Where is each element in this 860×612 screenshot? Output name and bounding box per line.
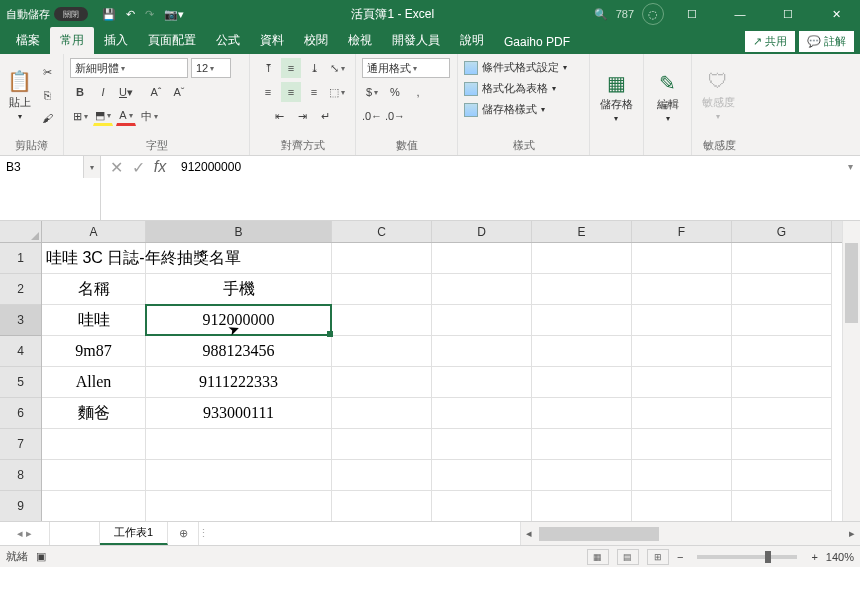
- cell[interactable]: [432, 460, 532, 491]
- border-button[interactable]: ⊞: [70, 106, 90, 126]
- autosave-toggle[interactable]: 自動儲存 關閉: [0, 7, 94, 22]
- cell[interactable]: [632, 460, 732, 491]
- zoom-level[interactable]: 140%: [826, 551, 854, 563]
- cell[interactable]: [332, 305, 432, 336]
- italic-button[interactable]: I: [93, 82, 113, 102]
- editing-button[interactable]: ✎編輯▾: [650, 71, 685, 123]
- scroll-thumb[interactable]: [539, 527, 659, 541]
- sheet-tab[interactable]: 工作表1: [100, 522, 168, 545]
- col-header[interactable]: D: [432, 221, 532, 242]
- cell[interactable]: [732, 305, 832, 336]
- cell[interactable]: [432, 274, 532, 305]
- cell-styles-button[interactable]: 儲存格樣式▾: [464, 100, 583, 119]
- redo-icon[interactable]: ↷: [145, 8, 154, 21]
- macro-record-icon[interactable]: ▣: [36, 550, 46, 563]
- cell[interactable]: 麵爸: [42, 398, 146, 429]
- tab-home[interactable]: 常用: [50, 27, 94, 54]
- cell[interactable]: 9m87: [42, 336, 146, 367]
- decrease-font-icon[interactable]: Aˇ: [169, 82, 189, 102]
- cell[interactable]: [532, 336, 632, 367]
- cell[interactable]: [632, 336, 732, 367]
- cell[interactable]: [332, 243, 432, 274]
- row-header[interactable]: 5: [0, 367, 41, 398]
- conditional-formatting-button[interactable]: 條件式格式設定▾: [464, 58, 583, 77]
- tab-gaaiho[interactable]: Gaaiho PDF: [494, 30, 580, 54]
- cell[interactable]: [632, 398, 732, 429]
- select-all-button[interactable]: [0, 221, 41, 243]
- tab-file[interactable]: 檔案: [6, 27, 50, 54]
- format-painter-icon[interactable]: 🖌: [37, 108, 57, 128]
- normal-view-icon[interactable]: ▦: [587, 549, 609, 565]
- format-as-table-button[interactable]: 格式化為表格▾: [464, 79, 583, 98]
- tab-developer[interactable]: 開發人員: [382, 27, 450, 54]
- zoom-thumb[interactable]: [765, 551, 771, 563]
- cell[interactable]: 哇哇 3C 日誌-年終抽獎名單: [42, 243, 146, 274]
- align-center-icon[interactable]: ≡: [281, 82, 301, 102]
- cell[interactable]: [332, 336, 432, 367]
- row-header[interactable]: 4: [0, 336, 41, 367]
- row-header[interactable]: 2: [0, 274, 41, 305]
- expand-formula-bar-icon[interactable]: ▾: [842, 158, 858, 174]
- cell[interactable]: [732, 491, 832, 521]
- cell[interactable]: [532, 274, 632, 305]
- cell[interactable]: [532, 398, 632, 429]
- row-header[interactable]: 1: [0, 243, 41, 274]
- cell[interactable]: [632, 429, 732, 460]
- col-header[interactable]: B: [146, 221, 332, 242]
- comma-format-icon[interactable]: ,: [408, 82, 428, 102]
- new-sheet-button[interactable]: ⊕: [168, 522, 198, 545]
- enter-formula-icon[interactable]: ✓: [127, 156, 149, 178]
- row-header[interactable]: 9: [0, 491, 41, 522]
- fx-icon[interactable]: fx: [149, 156, 171, 178]
- cell[interactable]: [146, 460, 332, 491]
- formula-input[interactable]: [175, 156, 860, 178]
- cell[interactable]: [632, 491, 732, 521]
- decrease-decimal-icon[interactable]: .0→: [385, 106, 405, 126]
- cell[interactable]: [632, 305, 732, 336]
- tab-layout[interactable]: 頁面配置: [138, 27, 206, 54]
- tab-insert[interactable]: 插入: [94, 27, 138, 54]
- cell[interactable]: [732, 274, 832, 305]
- percent-format-icon[interactable]: %: [385, 82, 405, 102]
- paste-button[interactable]: 📋 貼上 ▾: [6, 69, 33, 121]
- cell[interactable]: [432, 491, 532, 521]
- cell[interactable]: [732, 398, 832, 429]
- cells-button[interactable]: ▦儲存格▾: [596, 71, 636, 123]
- cell[interactable]: [332, 398, 432, 429]
- cell[interactable]: [332, 429, 432, 460]
- cell[interactable]: [42, 429, 146, 460]
- cell[interactable]: [532, 367, 632, 398]
- merge-button[interactable]: ⬚: [327, 82, 347, 102]
- align-bottom-icon[interactable]: ⤓: [304, 58, 324, 78]
- phonetic-button[interactable]: 中: [139, 106, 159, 126]
- user-avatar[interactable]: ◌: [642, 3, 664, 25]
- col-header[interactable]: A: [42, 221, 146, 242]
- cell[interactable]: [42, 460, 146, 491]
- align-left-icon[interactable]: ≡: [258, 82, 278, 102]
- cell[interactable]: [732, 243, 832, 274]
- cut-icon[interactable]: ✂: [37, 62, 57, 82]
- cell[interactable]: [732, 460, 832, 491]
- cell[interactable]: [732, 367, 832, 398]
- row-header[interactable]: 8: [0, 460, 41, 491]
- scroll-right-icon[interactable]: ▸: [844, 527, 860, 540]
- align-top-icon[interactable]: ⤒: [258, 58, 278, 78]
- col-header[interactable]: F: [632, 221, 732, 242]
- font-size-combo[interactable]: 12: [191, 58, 231, 78]
- accounting-format-icon[interactable]: $: [362, 82, 382, 102]
- wrap-text-icon[interactable]: ↵: [316, 106, 336, 126]
- cell[interactable]: [532, 491, 632, 521]
- copy-icon[interactable]: ⎘: [37, 85, 57, 105]
- cell[interactable]: Allen: [42, 367, 146, 398]
- tab-formulas[interactable]: 公式: [206, 27, 250, 54]
- font-color-button[interactable]: A: [116, 106, 136, 126]
- tab-review[interactable]: 校閱: [294, 27, 338, 54]
- cell[interactable]: [332, 491, 432, 521]
- scroll-left-icon[interactable]: ◂: [521, 527, 537, 540]
- tab-help[interactable]: 說明: [450, 27, 494, 54]
- orientation-icon[interactable]: ⤡: [327, 58, 347, 78]
- cell[interactable]: 名稱: [42, 274, 146, 305]
- cell[interactable]: [432, 336, 532, 367]
- cell[interactable]: [432, 305, 532, 336]
- cell[interactable]: [632, 367, 732, 398]
